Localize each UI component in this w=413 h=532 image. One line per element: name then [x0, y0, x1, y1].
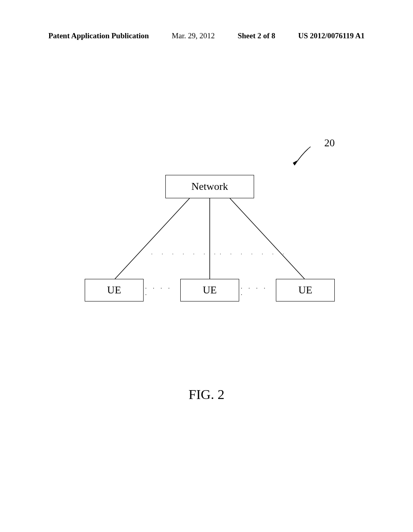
- ue-label: UE: [107, 284, 121, 296]
- figure-diagram: 20 Network . . . . . . . . . . . . . . U…: [85, 137, 335, 314]
- network-node: Network: [165, 175, 254, 198]
- ue-node-1: UE: [85, 279, 144, 301]
- publication-number: US 2012/0076119 A1: [298, 31, 365, 40]
- ue-label: UE: [298, 284, 313, 296]
- svg-line-0: [115, 198, 190, 279]
- publication-type: Patent Application Publication: [48, 31, 149, 40]
- ue-node-2: UE: [180, 279, 239, 301]
- ellipsis-2: . . . . .: [239, 284, 276, 297]
- figure-caption: FIG. 2: [0, 387, 413, 402]
- sheet-number: Sheet 2 of 8: [238, 31, 275, 40]
- reference-number: 20: [324, 137, 335, 149]
- page-header: Patent Application Publication Mar. 29, …: [48, 31, 365, 40]
- ue-row: UE . . . . . UE . . . . . UE: [85, 279, 335, 301]
- network-label: Network: [192, 181, 228, 193]
- ue-label: UE: [203, 284, 217, 296]
- ellipsis-1: . . . . .: [144, 284, 180, 297]
- publication-date: Mar. 29, 2012: [172, 31, 215, 40]
- ue-node-3: UE: [276, 279, 335, 301]
- upper-ellipsis-right: . . . . . . .: [220, 250, 288, 256]
- svg-line-2: [230, 198, 305, 279]
- reference-arrow-icon: [291, 144, 315, 168]
- upper-ellipsis-left: . . . . . . .: [151, 250, 219, 256]
- connector-lines: [85, 198, 335, 283]
